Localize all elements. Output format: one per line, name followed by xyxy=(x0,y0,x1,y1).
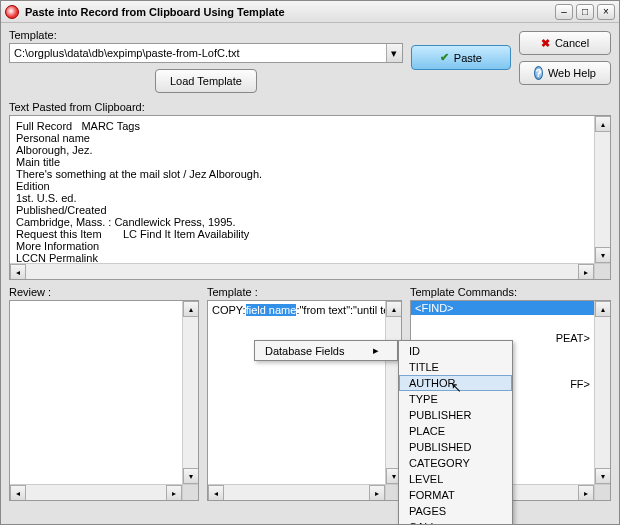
cancel-button[interactable]: ✖ Cancel xyxy=(519,31,611,55)
check-icon: ✔ xyxy=(440,51,449,64)
template-dropdown-button[interactable]: ▾ xyxy=(386,44,402,62)
scroll-left-button[interactable]: ◂ xyxy=(10,264,26,280)
tpl-prefix: COPY: xyxy=(212,304,246,316)
scroll-corner xyxy=(182,484,198,500)
dialog-window: Paste into Record from Clipboard Using T… xyxy=(0,0,620,525)
field-option-category[interactable]: CATEGORY xyxy=(399,455,512,471)
scroll-track-h[interactable] xyxy=(26,485,166,500)
template-path-input[interactable] xyxy=(10,44,386,62)
scroll-down-button[interactable]: ▾ xyxy=(183,468,199,484)
scroll-right-button[interactable]: ▸ xyxy=(369,485,385,501)
template-text[interactable]: COPY:field name:"from text":"until text" xyxy=(208,301,385,484)
content-area: Template: ▾ Load Template ✔ Paste xyxy=(1,23,619,524)
field-option-id[interactable]: ID xyxy=(399,343,512,359)
scroll-right-button[interactable]: ▸ xyxy=(578,485,594,501)
scroll-up-button[interactable]: ▴ xyxy=(183,301,199,317)
commands-label: Template Commands: xyxy=(410,286,611,298)
review-label: Review : xyxy=(9,286,199,298)
scroll-left-button[interactable]: ◂ xyxy=(208,485,224,501)
x-icon: ✖ xyxy=(541,37,550,50)
scroll-corner xyxy=(594,263,610,279)
scroll-up-button[interactable]: ▴ xyxy=(595,116,611,132)
help-icon: ? xyxy=(534,66,543,80)
field-option-type[interactable]: TYPE xyxy=(399,391,512,407)
clipboard-vscroll[interactable]: ▴ ▾ xyxy=(594,116,610,263)
field-option-format[interactable]: FORMAT xyxy=(399,487,512,503)
cmd-item[interactable] xyxy=(411,315,594,331)
webhelp-button[interactable]: ? Web Help xyxy=(519,61,611,85)
webhelp-label: Web Help xyxy=(548,67,596,79)
submenu-arrow-icon: ▸ xyxy=(373,344,379,357)
window-title: Paste into Record from Clipboard Using T… xyxy=(25,6,552,18)
field-option-pages[interactable]: PAGES xyxy=(399,503,512,519)
load-template-label: Load Template xyxy=(170,75,242,87)
dbfields-label: Database Fields xyxy=(265,345,345,357)
field-option-level[interactable]: LEVEL xyxy=(399,471,512,487)
scroll-track[interactable] xyxy=(595,317,610,468)
app-icon xyxy=(5,5,19,19)
scroll-down-button[interactable]: ▾ xyxy=(595,247,611,263)
scroll-down-button[interactable]: ▾ xyxy=(595,468,611,484)
scroll-right-button[interactable]: ▸ xyxy=(166,485,182,501)
template-combo: ▾ xyxy=(9,43,403,63)
clipboard-text[interactable]: Full Record MARC Tags Personal name Albo… xyxy=(10,116,594,263)
field-option-title[interactable]: TITLE xyxy=(399,359,512,375)
titlebar: Paste into Record from Clipboard Using T… xyxy=(1,1,619,23)
clipboard-label: Text Pasted from Clipboard: xyxy=(9,101,611,113)
template-hscroll[interactable]: ◂ ▸ xyxy=(208,484,385,500)
menu-item-database-fields[interactable]: Database Fields ▸ xyxy=(255,341,397,360)
cmd-item[interactable]: <FIND> xyxy=(411,301,594,315)
popup-field-list: ID TITLE AUTHOR TYPE PUBLISHER PLACE PUB… xyxy=(398,340,513,524)
scroll-up-button[interactable]: ▴ xyxy=(386,301,402,317)
scroll-track-h[interactable] xyxy=(26,264,578,279)
template-label: Template: xyxy=(9,29,403,41)
maximize-button[interactable]: □ xyxy=(576,4,594,20)
field-option-publisher[interactable]: PUBLISHER xyxy=(399,407,512,423)
paste-button[interactable]: ✔ Paste xyxy=(411,45,511,70)
scroll-track[interactable] xyxy=(595,132,610,247)
clipboard-textarea: Full Record MARC Tags Personal name Albo… xyxy=(9,115,611,280)
scroll-track[interactable] xyxy=(183,317,198,468)
review-vscroll[interactable]: ▴ ▾ xyxy=(182,301,198,484)
minimize-button[interactable]: – xyxy=(555,4,573,20)
scroll-left-button[interactable]: ◂ xyxy=(10,485,26,501)
scroll-track-h[interactable] xyxy=(224,485,369,500)
field-option-author[interactable]: AUTHOR xyxy=(399,375,512,391)
clipboard-hscroll[interactable]: ◂ ▸ xyxy=(10,263,594,279)
close-button[interactable]: × xyxy=(597,4,615,20)
popup-database-fields: Database Fields ▸ xyxy=(254,340,398,361)
field-option-place[interactable]: PLACE xyxy=(399,423,512,439)
field-option-call[interactable]: CALL xyxy=(399,519,512,524)
load-template-button[interactable]: Load Template xyxy=(155,69,257,93)
field-option-published[interactable]: PUBLISHED xyxy=(399,439,512,455)
scroll-up-button[interactable]: ▴ xyxy=(595,301,611,317)
paste-label: Paste xyxy=(454,52,482,64)
tpl-highlight: field name xyxy=(246,304,297,316)
scroll-right-button[interactable]: ▸ xyxy=(578,264,594,280)
review-text[interactable] xyxy=(10,301,182,484)
review-hscroll[interactable]: ◂ ▸ xyxy=(10,484,182,500)
commands-vscroll[interactable]: ▴ ▾ xyxy=(594,301,610,484)
review-box: ▴ ▾ ◂ ▸ xyxy=(9,300,199,501)
template-box: COPY:field name:"from text":"until text"… xyxy=(207,300,402,501)
tpl-suffix: :"from text":"until text" xyxy=(296,304,385,316)
cancel-label: Cancel xyxy=(555,37,589,49)
template-col-label: Template : xyxy=(207,286,402,298)
scroll-corner xyxy=(594,484,610,500)
